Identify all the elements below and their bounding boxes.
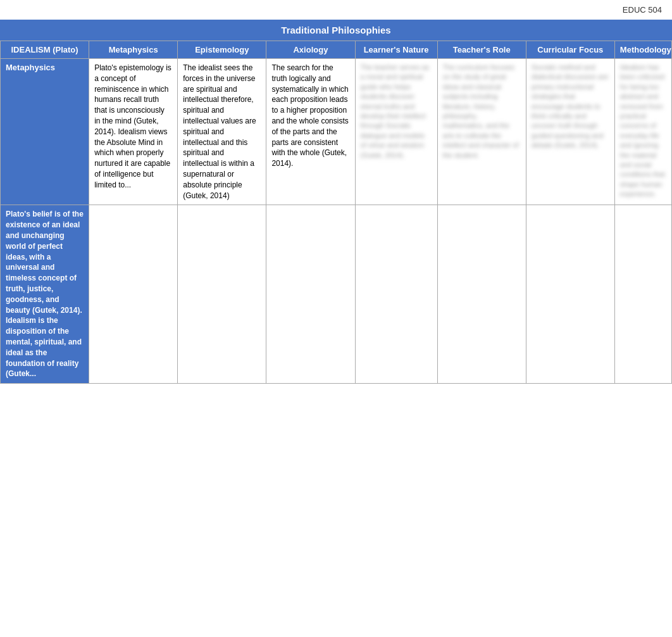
teachers-role-blurred: The teacher serves as a moral and spirit… (361, 63, 432, 160)
philosophy-header: IDEALISM (Plato) (1, 41, 89, 59)
learners-nature-header: Axiology (266, 41, 355, 59)
curricular-focus-cell: The curriculum focuses on the study of g… (437, 59, 526, 205)
learners-nature-text: The search for the truth logically and s… (271, 63, 349, 169)
teachers-role-cell: The teacher serves as a moral and spirit… (355, 59, 437, 205)
methodology-blurred: Socratic method and dialectical discussi… (532, 63, 609, 151)
epistemology-header: Metaphysics (89, 41, 178, 59)
axiology-text: The idealist sees the forces in the univ… (183, 63, 261, 201)
learners-nature-cell: The search for the truth logically and s… (266, 59, 355, 205)
criticisms-blurred: Idealism has been criticized for being t… (620, 63, 666, 199)
teachers-role-header: Learner's Nature (355, 41, 437, 59)
top-bar: EDUC 504 (0, 0, 672, 20)
methodology-header: Curricular Focus (526, 41, 614, 59)
methodology-body-cell (526, 205, 614, 384)
metaphysics-label: Metaphysics (1, 59, 89, 205)
epistemology-text: Plato's epistemology is a concept of rem… (94, 63, 172, 191)
epistemology-cell: Plato's epistemology is a concept of rem… (89, 59, 178, 205)
axiology-body-cell (178, 205, 266, 384)
curricular-focus-blurred: The curriculum focuses on the study of g… (443, 63, 521, 160)
curricular-focus-header: Teacher's Role (437, 41, 526, 59)
learners-nature-body-cell (266, 205, 355, 384)
philosophy-table: IDEALISM (Plato) Metaphysics Epistemolog… (0, 41, 672, 384)
axiology-cell: The idealist sees the forces in the univ… (178, 59, 266, 205)
epistemology-body-cell (89, 205, 178, 384)
page-title: Traditional Philosophies (0, 20, 672, 41)
metaphysics-text: Plato's belief is of the existence of an… (6, 209, 84, 379)
methodology-cell: Socratic method and dialectical discussi… (526, 59, 614, 205)
teachers-role-body-cell (355, 205, 437, 384)
course-code: EDUC 504 (623, 5, 662, 15)
criticisms-cell: Idealism has been criticized for being t… (614, 59, 671, 205)
criticisms-body-cell (614, 205, 671, 384)
criticisms-header: Methodology (614, 41, 671, 59)
axiology-header: Epistemology (178, 41, 266, 59)
metaphysics-header-label: Metaphysics (6, 63, 55, 72)
table-container: IDEALISM (Plato) Metaphysics Epistemolog… (0, 41, 672, 384)
curricular-focus-body-cell (437, 205, 526, 384)
metaphysics-body-cell: Plato's belief is of the existence of an… (1, 205, 89, 384)
